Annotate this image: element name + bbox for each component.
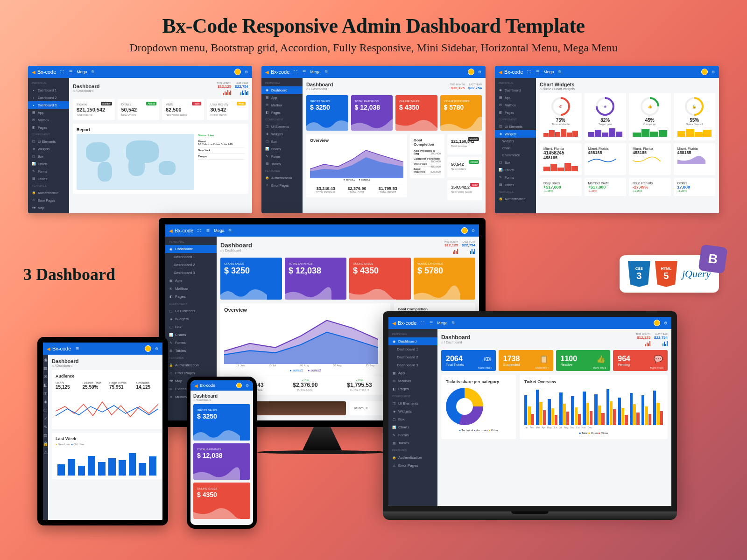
nav-mailbox[interactable]: ✉Mailbox — [28, 116, 69, 124]
avatar[interactable] — [234, 69, 241, 75]
brand[interactable]: Bx-code — [169, 228, 193, 233]
nav-forms[interactable]: ✎Forms — [261, 153, 303, 160]
nav-charts[interactable]: 📊Charts — [261, 145, 303, 153]
nav-app[interactable]: ▦App — [388, 369, 437, 377]
fullscreen-icon[interactable]: ⛶ — [60, 70, 64, 74]
nav-errors[interactable]: ⚠Error Pages — [388, 462, 437, 469]
search-icon[interactable]: 🔍 — [451, 321, 456, 325]
brand[interactable]: Bx-code — [194, 383, 215, 388]
nav-uielements[interactable]: ◫UI Elements — [261, 123, 303, 130]
avatar[interactable] — [654, 320, 660, 326]
settings-icon[interactable]: ⚙ — [244, 70, 248, 74]
fullscreen-icon[interactable]: ⛶ — [197, 228, 202, 233]
avatar[interactable] — [701, 69, 708, 75]
nav-widgets[interactable]: ◈Widgets — [165, 315, 217, 323]
menu-icon[interactable]: ☰ — [68, 70, 73, 74]
nav-widgets[interactable]: ◈Widgets — [388, 407, 437, 415]
brand[interactable]: Bx-code — [392, 320, 416, 326]
nav-forms[interactable]: ✎Forms — [495, 174, 536, 181]
nav-d3[interactable]: Dashboard 3 — [165, 269, 217, 277]
nav-d1[interactable]: Dashboard 1 — [388, 345, 437, 353]
nav-forms-icon[interactable]: ✎ — [44, 425, 48, 429]
nav-box[interactable]: ▢Box — [261, 138, 303, 145]
nav-map[interactable]: 🗺Map — [28, 204, 69, 211]
nav-errors[interactable]: ⚠Error Pages — [28, 196, 69, 204]
nav-charts-icon[interactable]: ✓ — [44, 416, 48, 421]
city-newyork[interactable]: New York — [198, 147, 245, 154]
nav-box-icon[interactable]: ▢ — [43, 408, 48, 413]
brand[interactable]: Bx-code — [32, 69, 56, 75]
nav-charts[interactable]: 📊Charts — [28, 160, 69, 168]
nav-widgets[interactable]: ◈Widgets — [495, 130, 536, 138]
nav-auth[interactable]: 🔒Authentication — [495, 195, 536, 203]
nav-auth[interactable]: 🔒Authentication — [261, 174, 303, 182]
nav-dashboard[interactable]: ◉Dashboard — [495, 86, 536, 94]
nav-pages[interactable]: ◧Pages — [165, 293, 217, 301]
nav-ui-icon[interactable]: ◫ — [43, 391, 48, 396]
settings-icon[interactable]: ⚙ — [245, 383, 249, 388]
menu-icon[interactable]: ☰ — [205, 228, 210, 233]
nav-app-icon[interactable]: ▦ — [43, 366, 48, 371]
nav-mailbox[interactable]: ✉Mailbox — [261, 101, 303, 109]
nav-errors[interactable]: ⚠Error Pages — [261, 182, 303, 189]
nav-charts[interactable]: 📊Charts — [495, 166, 536, 174]
menu-icon[interactable]: ☰ — [75, 346, 79, 351]
menu-icon[interactable]: ☰ — [302, 70, 306, 74]
nav-d2[interactable]: Dashboard 2 — [165, 261, 217, 269]
nav-dashboard1[interactable]: •Dashboard 1 — [28, 86, 69, 94]
mega-menu[interactable]: Mega — [77, 70, 87, 74]
nav-tables[interactable]: ▤Tables — [28, 175, 69, 182]
avatar[interactable] — [145, 345, 151, 352]
nav-app[interactable]: ▦App — [28, 109, 69, 116]
search-icon[interactable]: 🔍 — [558, 70, 563, 74]
nav-sub-chart[interactable]: Chart — [495, 145, 536, 152]
nav-d2[interactable]: Dashboard 2 — [388, 353, 437, 361]
nav-uielements[interactable]: ◫UI Elements — [388, 399, 437, 407]
nav-mailbox[interactable]: ✉Mailbox — [495, 101, 536, 109]
avatar[interactable] — [468, 69, 474, 75]
nav-pages[interactable]: ◧Pages — [28, 124, 69, 131]
nav-pages[interactable]: ◧Pages — [261, 109, 303, 116]
settings-icon[interactable]: ⚙ — [471, 228, 475, 233]
city-miami[interactable]: Miami10 Osborne Drive Suite 949 — [198, 139, 245, 147]
nav-tables[interactable]: ▤Tables — [388, 439, 437, 447]
nav-d3[interactable]: Dashboard 3 — [388, 361, 437, 369]
nav-uielements[interactable]: ◫UI Elements — [28, 138, 69, 145]
nav-mailbox[interactable]: ✉Mailbox — [165, 285, 217, 293]
nav-sub-ecomm[interactable]: Ecommerce — [495, 152, 536, 159]
nav-auth-icon[interactable]: 🔒 — [43, 441, 48, 446]
nav-dashboard2[interactable]: •Dashboard 2 — [28, 94, 69, 101]
mega-menu[interactable]: Mega — [310, 70, 321, 74]
nav-widgets-icon[interactable]: ◈ — [44, 399, 47, 404]
nav-dashboard3[interactable]: •Dashboard 3 — [28, 101, 69, 109]
fullscreen-icon[interactable]: ⛶ — [420, 321, 425, 325]
nav-errors[interactable]: ⚠Error Pages — [165, 369, 217, 377]
nav-auth[interactable]: 🔒Authentication — [388, 454, 437, 462]
world-map[interactable] — [77, 134, 194, 190]
nav-widgets[interactable]: ◈Widgets — [261, 130, 303, 138]
nav-charts[interactable]: 📊Charts — [388, 423, 437, 431]
nav-uielements[interactable]: ◫UI Elements — [495, 123, 536, 130]
nav-widgets[interactable]: ◈Widgets — [28, 145, 69, 153]
nav-pages[interactable]: ◧Pages — [388, 385, 437, 393]
settings-icon[interactable]: ⚙ — [711, 70, 715, 74]
brand[interactable]: Bx-code — [47, 346, 71, 351]
mega-menu[interactable]: Mega — [437, 321, 448, 325]
nav-tables-icon[interactable]: ▤ — [43, 433, 48, 438]
nav-forms[interactable]: ✎Forms — [165, 339, 217, 347]
search-icon[interactable]: 🔍 — [91, 70, 96, 74]
settings-icon[interactable]: ⚙ — [477, 70, 482, 74]
menu-icon[interactable]: ☰ — [429, 321, 433, 325]
mega-menu[interactable]: Mega — [214, 228, 225, 233]
nav-uielements[interactable]: ◫UI Elements — [165, 307, 217, 315]
nav-mailbox[interactable]: ✉Mailbox — [388, 377, 437, 385]
nav-sub-widgets[interactable]: Widgets — [495, 138, 536, 145]
settings-icon[interactable]: ⚙ — [663, 321, 668, 325]
nav-box[interactable]: ▢Box — [388, 415, 437, 423]
menu-icon[interactable]: ☰ — [535, 70, 540, 74]
nav-app[interactable]: ▦App — [165, 277, 217, 285]
nav-dashboard[interactable]: ◉Dashboard — [261, 86, 303, 94]
settings-icon[interactable]: ⚙ — [154, 346, 159, 351]
nav-app[interactable]: ▦App — [495, 94, 536, 101]
nav-dashboard[interactable]: ◉Dashboard — [388, 337, 437, 345]
